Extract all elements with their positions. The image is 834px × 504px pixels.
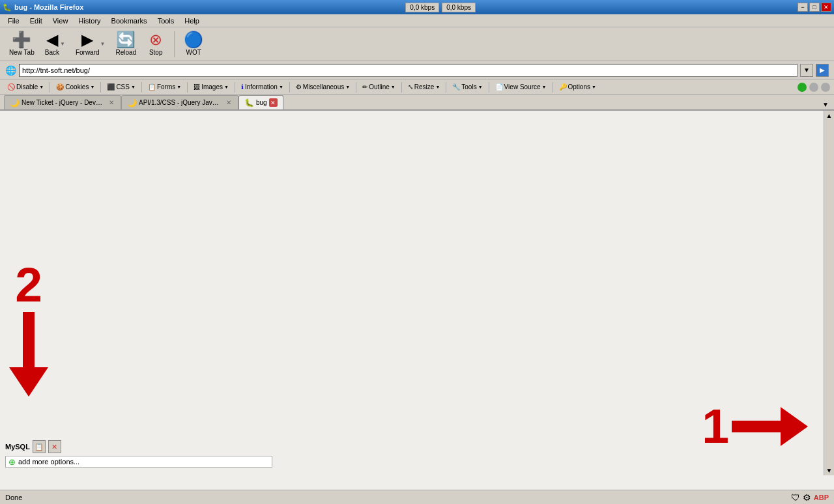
statusbar-shield-icon[interactable]: 🛡 <box>791 492 800 503</box>
wot-button[interactable]: 🔵 WOT <box>180 31 207 57</box>
view-source-label: View Source <box>504 83 541 91</box>
addon-sep-10 <box>489 82 489 92</box>
main-content: ▲ ▼ 2 MySQL 📋 ✕ ⊕ add more options... <box>0 111 834 490</box>
tab-3[interactable]: 🐛 bug ✕ <box>238 95 283 109</box>
net-badge-1: 0,0 kbps <box>405 3 439 12</box>
options-button[interactable]: 🔑 Options ▼ <box>556 83 599 91</box>
information-label: Information <box>245 83 278 91</box>
url-dropdown-button[interactable]: ▼ <box>800 64 813 77</box>
addon-toolbar: 🚫 Disable ▼ 🍪 Cookies ▼ ⬛ CSS ▼ 📋 Forms … <box>0 79 834 95</box>
menu-tools[interactable]: Tools <box>152 16 180 26</box>
mysql-icon-btn-2[interactable]: ✕ <box>48 440 61 453</box>
view-source-arrow: ▼ <box>542 85 547 89</box>
addon-sep-4 <box>187 82 188 92</box>
tab-3-favicon: 🐛 <box>244 98 254 107</box>
view-source-button[interactable]: 📄 View Source ▼ <box>492 83 550 91</box>
cookies-icon: 🍪 <box>56 83 64 91</box>
titlebar-left: 🐛 bug - Mozilla Firefox <box>3 3 83 12</box>
status-gray-circle-2 <box>821 83 830 92</box>
number-1: 1 <box>702 402 729 451</box>
url-favicon: 🌐 <box>5 65 16 76</box>
disable-button[interactable]: 🚫 Disable ▼ <box>4 83 47 91</box>
tab-1[interactable]: 🌙 New Ticket - jQuery - Development ✕ <box>4 95 121 109</box>
tab-2[interactable]: 🌙 API/1.3/CSS - jQuery JavaScript Librar… <box>121 95 238 109</box>
status-text: Done <box>5 494 791 501</box>
minimize-button[interactable]: − <box>798 3 808 12</box>
css-button[interactable]: ⬛ CSS ▼ <box>104 83 139 91</box>
new-tab-label: New Tab <box>9 49 35 56</box>
disable-label: Disable <box>16 83 38 91</box>
addon-sep-1 <box>50 82 50 92</box>
reload-button[interactable]: 🔄 Reload <box>112 31 141 57</box>
images-button[interactable]: 🖼 Images ▼ <box>190 83 232 91</box>
addon-sep-5 <box>235 82 235 92</box>
stop-button[interactable]: ⊗ Stop <box>143 31 169 57</box>
add-more-text: add more options... <box>18 458 79 466</box>
resize-label: Resize <box>414 83 435 91</box>
mysql-icon-btn-1[interactable]: 📋 <box>33 440 46 453</box>
number-2: 2 <box>15 260 42 309</box>
forms-button[interactable]: 📋 Forms ▼ <box>145 83 184 91</box>
miscellaneous-label: Miscellaneous <box>303 83 344 91</box>
back-icon: ◀ <box>46 32 58 48</box>
images-label: Images <box>201 83 223 91</box>
options-label: Options <box>568 83 590 91</box>
back-label: Back <box>45 49 59 56</box>
addon-sep-7 <box>356 82 356 92</box>
url-input[interactable] <box>19 64 798 77</box>
outline-button[interactable]: ✏ Outline ▼ <box>359 83 399 91</box>
css-icon: ⬛ <box>107 83 115 91</box>
menu-view[interactable]: View <box>48 16 74 26</box>
tab-1-close[interactable]: ✕ <box>107 98 115 107</box>
tools-button[interactable]: 🔧 Tools ▼ <box>449 83 485 91</box>
disable-arrow: ▼ <box>39 85 44 89</box>
maximize-button[interactable]: □ <box>809 3 820 12</box>
status-gray-circle <box>809 83 818 92</box>
titlebar-title: bug - Mozilla Firefox <box>14 3 83 11</box>
menu-history[interactable]: History <box>73 16 106 26</box>
miscellaneous-button[interactable]: ⚙ Miscellaneous ▼ <box>293 83 353 91</box>
cookies-button[interactable]: 🍪 Cookies ▼ <box>53 83 98 91</box>
mysql-label: MySQL <box>5 443 30 451</box>
menu-help[interactable]: Help <box>179 16 205 26</box>
options-icon: 🔑 <box>559 83 567 91</box>
menubar: File Edit View History Bookmarks Tools H… <box>0 14 834 27</box>
tabs-scroll-button[interactable]: ▼ <box>821 100 830 109</box>
forward-arrow[interactable]: ▼ <box>100 41 106 47</box>
information-icon: ℹ <box>241 83 244 91</box>
outline-arrow: ▼ <box>391 85 395 89</box>
annotation-2: 2 <box>9 260 48 397</box>
forms-label: Forms <box>157 83 175 91</box>
scrollbar-right[interactable]: ▲ ▼ <box>824 111 834 475</box>
tab-2-close[interactable]: ✕ <box>224 98 233 107</box>
images-icon: 🖼 <box>194 83 200 91</box>
new-tab-button[interactable]: ➕ New Tab <box>5 31 38 57</box>
toolbar-separator <box>174 31 175 57</box>
go-button[interactable]: ▶ <box>816 64 829 77</box>
statusbar-abp-icon[interactable]: ABP <box>814 494 829 501</box>
back-arrow[interactable]: ▼ <box>60 41 65 47</box>
information-button[interactable]: ℹ Information ▼ <box>238 83 287 91</box>
scroll-up-arrow[interactable]: ▲ <box>825 111 834 120</box>
tab-2-label: API/1.3/CSS - jQuery JavaScript Library <box>139 99 222 106</box>
statusbar-settings-icon[interactable]: ⚙ <box>803 492 811 503</box>
forward-button[interactable]: ▶ Forward ▼ <box>72 31 109 57</box>
resize-button[interactable]: ⤡ Resize ▼ <box>405 83 444 91</box>
menu-file[interactable]: File <box>3 16 25 26</box>
close-button[interactable]: ✕ <box>821 3 831 12</box>
resize-icon: ⤡ <box>408 83 413 91</box>
tab-3-close[interactable]: ✕ <box>269 98 278 107</box>
add-more-options-row[interactable]: ⊕ add more options... <box>5 456 272 468</box>
tools-icon: 🔧 <box>452 83 460 91</box>
menu-edit[interactable]: Edit <box>25 16 48 26</box>
addon-sep-9 <box>446 82 446 92</box>
forms-icon: 📋 <box>148 83 156 91</box>
tab-2-favicon: 🌙 <box>127 98 137 107</box>
miscellaneous-arrow: ▼ <box>345 85 350 89</box>
net-badge-2: 0,0 kbps <box>442 3 476 12</box>
menu-bookmarks[interactable]: Bookmarks <box>106 16 152 26</box>
back-button[interactable]: ◀ Back ▼ <box>41 31 69 57</box>
outline-icon: ✏ <box>362 83 367 91</box>
miscellaneous-icon: ⚙ <box>296 83 302 91</box>
view-source-icon: 📄 <box>495 83 503 91</box>
